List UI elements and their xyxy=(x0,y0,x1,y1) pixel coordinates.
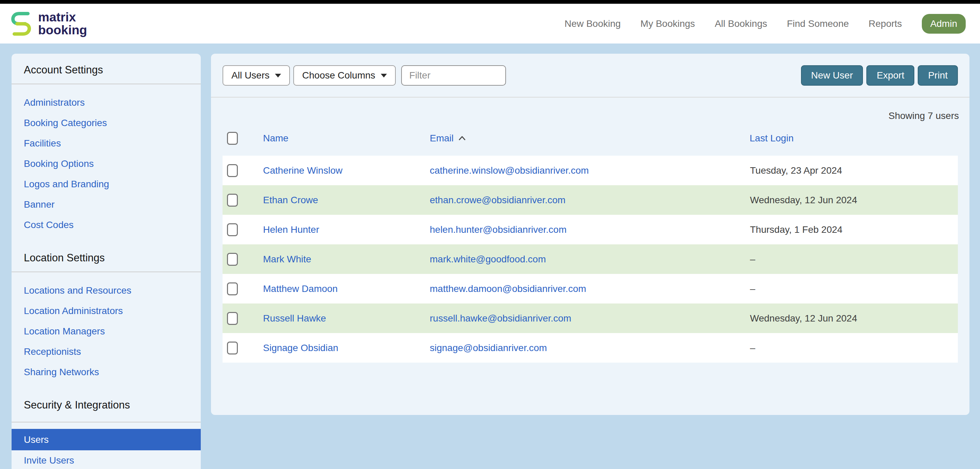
row-checkbox[interactable] xyxy=(227,253,238,266)
sidebar-item-locations-and-resources[interactable]: Locations and Resources xyxy=(11,280,201,301)
user-name-link[interactable]: Signage Obsidian xyxy=(252,342,418,353)
sidebar-divider xyxy=(11,422,201,422)
column-header-email[interactable]: Email xyxy=(418,133,738,144)
column-header-last-login[interactable]: Last Login xyxy=(738,133,958,144)
column-header-email-label: Email xyxy=(430,133,453,144)
logo-line2: booking xyxy=(38,24,87,37)
admin-sidebar: Account Settings Administrators Booking … xyxy=(11,54,201,469)
user-name-link[interactable]: Ethan Crowe xyxy=(252,195,418,206)
nav-find-someone[interactable]: Find Someone xyxy=(787,18,849,29)
app-header: matrix booking New Booking My Bookings A… xyxy=(0,4,980,43)
user-email-link[interactable]: matthew.damoon@obsidianriver.com xyxy=(418,284,738,294)
matrix-booking-logo[interactable]: matrix booking xyxy=(10,10,87,37)
users-panel: All Users Choose Columns New User Export… xyxy=(211,54,969,415)
last-login-value: – xyxy=(738,254,958,265)
logo-line1: matrix xyxy=(38,11,87,24)
nav-new-booking[interactable]: New Booking xyxy=(565,18,620,29)
sidebar-section-location: Locations and Resources Location Adminis… xyxy=(11,280,201,382)
sidebar-item-logos-and-branding[interactable]: Logos and Branding xyxy=(11,174,201,194)
table-row: Ethan Crowe ethan.crowe@obsidianriver.co… xyxy=(223,185,958,215)
user-email-link[interactable]: russell.hawke@obsidianriver.com xyxy=(418,313,738,324)
sidebar-item-location-administrators[interactable]: Location Administrators xyxy=(11,301,201,321)
chevron-down-icon xyxy=(381,74,387,78)
sidebar-divider xyxy=(11,84,201,84)
toolbar-divider xyxy=(211,97,969,98)
nav-all-bookings[interactable]: All Bookings xyxy=(714,18,767,29)
table-row: Mark White mark.white@goodfood.com – xyxy=(223,244,958,274)
sidebar-item-location-managers[interactable]: Location Managers xyxy=(11,321,201,342)
last-login-value: Wednesday, 12 Jun 2024 xyxy=(738,195,958,206)
sidebar-heading-account-settings: Account Settings xyxy=(11,63,201,78)
last-login-value: Tuesday, 23 Apr 2024 xyxy=(738,165,958,176)
sidebar-item-facilities[interactable]: Facilities xyxy=(11,133,201,154)
logo-wordmark: matrix booking xyxy=(38,11,87,37)
header-checkbox-cell xyxy=(223,132,252,145)
new-user-button[interactable]: New User xyxy=(801,65,863,86)
print-button[interactable]: Print xyxy=(918,65,958,86)
logo-mark-icon xyxy=(10,10,32,37)
sidebar-item-booking-options[interactable]: Booking Options xyxy=(11,154,201,174)
user-email-link[interactable]: signage@obsidianriver.com xyxy=(418,342,738,353)
users-table: Name Email Last Login Catherine Winslow … xyxy=(223,120,958,363)
last-login-value: – xyxy=(738,342,958,353)
user-scope-label: All Users xyxy=(231,70,269,81)
export-button[interactable]: Export xyxy=(866,65,914,86)
nav-reports[interactable]: Reports xyxy=(869,18,902,29)
row-checkbox[interactable] xyxy=(227,342,238,355)
user-name-link[interactable]: Matthew Damoon xyxy=(252,284,418,294)
user-name-link[interactable]: Russell Hawke xyxy=(252,313,418,324)
user-email-link[interactable]: helen.hunter@obsidianriver.com xyxy=(418,224,738,235)
user-name-link[interactable]: Mark White xyxy=(252,254,418,265)
row-checkbox[interactable] xyxy=(227,194,238,207)
sidebar-item-banner[interactable]: Banner xyxy=(11,194,201,215)
last-login-value: – xyxy=(738,284,958,294)
user-email-link[interactable]: mark.white@goodfood.com xyxy=(418,254,738,265)
choose-columns-dropdown[interactable]: Choose Columns xyxy=(293,65,396,86)
table-row: Russell Hawke russell.hawke@obsidianrive… xyxy=(223,304,958,333)
nav-my-bookings[interactable]: My Bookings xyxy=(640,18,695,29)
sidebar-item-users[interactable]: Users xyxy=(11,429,201,450)
sort-asc-icon xyxy=(458,136,466,141)
table-row: Catherine Winslow catherine.winslow@obsi… xyxy=(223,156,958,185)
user-email-link[interactable]: ethan.crowe@obsidianriver.com xyxy=(418,195,738,206)
sidebar-section-account: Administrators Booking Categories Facili… xyxy=(11,92,201,235)
choose-columns-label: Choose Columns xyxy=(302,70,375,81)
window-top-edge xyxy=(0,0,980,4)
sidebar-item-cost-codes[interactable]: Cost Codes xyxy=(11,215,201,235)
nav-admin-button[interactable]: Admin xyxy=(922,14,966,34)
last-login-value: Thursday, 1 Feb 2024 xyxy=(738,224,958,235)
user-email-link[interactable]: catherine.winslow@obsidianriver.com xyxy=(418,165,738,176)
row-checkbox[interactable] xyxy=(227,312,238,325)
sidebar-heading-security-integrations: Security & Integrations xyxy=(11,398,201,413)
sidebar-item-sharing-networks[interactable]: Sharing Networks xyxy=(11,362,201,382)
column-header-name[interactable]: Name xyxy=(252,133,418,144)
sidebar-item-booking-categories[interactable]: Booking Categories xyxy=(11,113,201,133)
row-checkbox[interactable] xyxy=(227,282,238,295)
sidebar-heading-location-settings: Location Settings xyxy=(11,250,201,265)
users-toolbar: All Users Choose Columns New User Export… xyxy=(211,54,969,86)
sidebar-item-receptionists[interactable]: Receptionists xyxy=(11,342,201,362)
top-nav: New Booking My Bookings All Bookings Fin… xyxy=(565,14,966,34)
table-row: Helen Hunter helen.hunter@obsidianriver.… xyxy=(223,215,958,244)
user-scope-dropdown[interactable]: All Users xyxy=(223,65,290,86)
filter-input[interactable] xyxy=(401,65,506,86)
sidebar-item-administrators[interactable]: Administrators xyxy=(11,92,201,113)
row-checkbox[interactable] xyxy=(227,164,238,177)
row-checkbox[interactable] xyxy=(227,223,238,236)
table-row: Signage Obsidian signage@obsidianriver.c… xyxy=(223,333,958,363)
chevron-down-icon xyxy=(275,74,281,78)
showing-users-count: Showing 7 users xyxy=(211,111,969,120)
user-name-link[interactable]: Helen Hunter xyxy=(252,224,418,235)
table-row: Matthew Damoon matthew.damoon@obsidianri… xyxy=(223,274,958,304)
sidebar-item-invite-users[interactable]: Invite Users xyxy=(11,450,201,469)
last-login-value: Wednesday, 12 Jun 2024 xyxy=(738,313,958,324)
select-all-checkbox[interactable] xyxy=(227,132,238,145)
user-name-link[interactable]: Catherine Winslow xyxy=(252,165,418,176)
sidebar-divider xyxy=(11,271,201,272)
toolbar-actions: New User Export Print xyxy=(801,65,958,86)
users-table-header: Name Email Last Login xyxy=(223,120,958,156)
